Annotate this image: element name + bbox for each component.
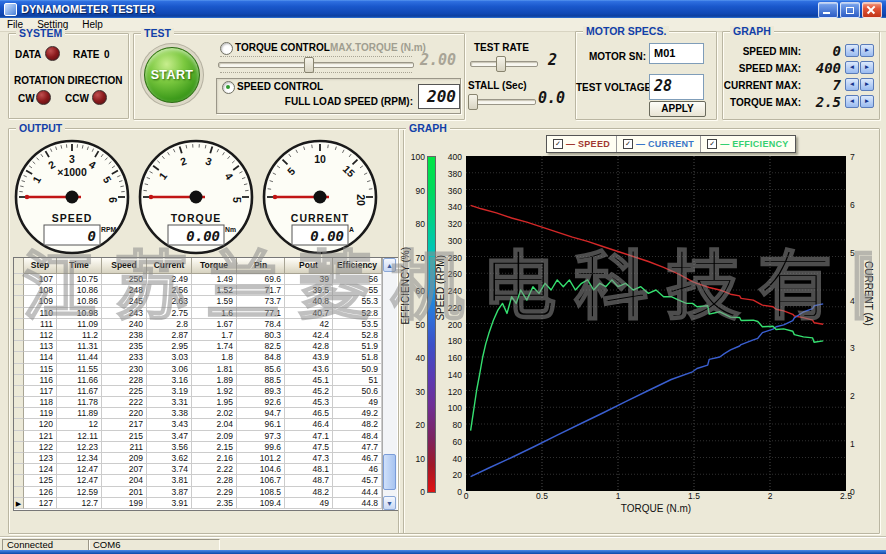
table-cell: 235 (102, 341, 147, 352)
spin-right-icon[interactable]: ► (860, 95, 874, 108)
column-header-pout[interactable]: Pout (285, 258, 333, 274)
table-row[interactable]: 12212.232113.562.1599.647.547.7 (14, 442, 382, 453)
table-row[interactable]: 11411.442333.031.884.843.951.8 (14, 352, 382, 363)
stall-slider[interactable] (468, 94, 536, 108)
speed-control-box: SPEED CONTROL FULL LOAD SPEED (RPM): 200 (216, 78, 461, 114)
table-row[interactable]: 12312.342093.622.16101.247.346.7 (14, 453, 382, 464)
axis-tick: 80 (416, 219, 425, 229)
table-row[interactable]: 11711.672253.191.9289.345.250.6 (14, 386, 382, 397)
row-selector[interactable] (14, 487, 24, 498)
table-cell: 11.78 (57, 397, 102, 408)
test-voltage-field[interactable]: 28 (649, 74, 704, 100)
row-selector[interactable] (14, 330, 24, 341)
speed-max-spinner[interactable]: ◄► (845, 61, 874, 74)
test-rate-slider-thumb[interactable] (496, 56, 506, 72)
table-row[interactable]: 12612.592013.872.29108.548.244.4 (14, 487, 382, 498)
legend-checkbox[interactable]: ✓ (553, 139, 563, 149)
legend-item-current: ✓—CURRENT (616, 136, 700, 152)
spin-left-icon[interactable]: ◄ (845, 95, 859, 108)
table-cell: 220 (102, 408, 147, 419)
minimize-button[interactable] (818, 2, 838, 18)
column-header-speed[interactable]: Speed (102, 258, 147, 274)
row-selector[interactable] (14, 364, 24, 375)
torque-control-label: TORQUE CONTROL (235, 42, 330, 53)
legend-checkbox[interactable]: ✓ (707, 139, 717, 149)
row-selector[interactable] (14, 464, 24, 475)
current-max-spinner[interactable]: ◄► (845, 78, 874, 91)
apply-button[interactable]: APPLY (649, 101, 706, 117)
row-selector[interactable] (14, 308, 24, 319)
legend-checkbox[interactable]: ✓ (623, 139, 633, 149)
table-row[interactable]: 11811.782223.311.9592.645.349 (14, 397, 382, 408)
scrollbar-thumb[interactable] (383, 454, 396, 490)
max-torque-slider-thumb[interactable] (304, 57, 314, 73)
close-button[interactable] (862, 2, 882, 18)
column-header-torque[interactable]: Torque (192, 258, 237, 274)
column-header-step[interactable]: Step (24, 258, 57, 274)
table-row[interactable]: 11911.892203.382.0294.746.549.2 (14, 408, 382, 419)
scroll-up-icon[interactable]: ▲ (383, 258, 396, 272)
row-selector[interactable] (14, 375, 24, 386)
table-row[interactable]: 10910.862452.631.5973.740.855.3 (14, 296, 382, 307)
speed-control-radio[interactable] (222, 81, 235, 94)
scroll-down-icon[interactable]: ▼ (383, 496, 396, 510)
row-selector[interactable] (14, 453, 24, 464)
row-selector[interactable] (14, 341, 24, 352)
row-selector[interactable]: ▶ (14, 498, 24, 509)
row-selector[interactable] (14, 431, 24, 442)
column-header-pin[interactable]: Pin (237, 258, 285, 274)
table-row[interactable]: 11010.982432.751.677.140.752.8 (14, 308, 382, 319)
table-row[interactable]: 11111.092402.81.6778.44253.5 (14, 319, 382, 330)
table-cell: 2.09 (192, 431, 237, 442)
column-header-current[interactable]: Current (147, 258, 192, 274)
row-selector[interactable] (14, 352, 24, 363)
table-row[interactable]: ▶12712.71993.912.35109.44944.8 (14, 498, 382, 509)
start-button[interactable]: START (144, 47, 200, 103)
spin-left-icon[interactable]: ◄ (845, 44, 859, 57)
row-selector[interactable] (14, 408, 24, 419)
table-row[interactable]: 12512.472043.812.28106.748.745.7 (14, 475, 382, 486)
table-row[interactable]: 10710.752502.491.4969.63956 (14, 274, 382, 285)
spin-right-icon[interactable]: ► (860, 44, 874, 57)
column-header-time[interactable]: Time (57, 258, 102, 274)
menu-item-help[interactable]: Help (75, 19, 110, 30)
row-selector[interactable] (14, 386, 24, 397)
restore-icon (846, 7, 854, 14)
spin-right-icon[interactable]: ► (860, 78, 874, 91)
speed-min-spinner[interactable]: ◄► (845, 44, 874, 57)
torque-max-spinner[interactable]: ◄► (845, 95, 874, 108)
table-row[interactable]: 10810.862482.561.5271.739.555 (14, 285, 382, 296)
test-rate-slider[interactable] (470, 56, 538, 70)
table-scrollbar[interactable]: ▲ ▼ (382, 258, 397, 510)
spin-left-icon[interactable]: ◄ (845, 61, 859, 74)
stall-slider-thumb[interactable] (468, 94, 478, 110)
table-cell: 3.03 (147, 352, 192, 363)
spin-right-icon[interactable]: ► (860, 61, 874, 74)
row-selector[interactable] (14, 442, 24, 453)
table-row[interactable]: 11211.22382.871.780.342.452.8 (14, 330, 382, 341)
row-selector[interactable] (14, 419, 24, 430)
row-selector[interactable] (14, 319, 24, 330)
table-row[interactable]: 11611.662283.161.8988.545.151 (14, 375, 382, 386)
table-cell: 48.7 (285, 475, 333, 486)
row-selector[interactable] (14, 397, 24, 408)
restore-button[interactable] (840, 2, 860, 18)
table-cell: 3.31 (147, 397, 192, 408)
row-selector[interactable] (14, 475, 24, 486)
column-header-efficiency[interactable]: Efficiency (333, 258, 382, 274)
max-torque-slider[interactable] (218, 57, 414, 71)
row-selector[interactable] (14, 285, 24, 296)
table-row[interactable]: 11511.552303.061.8185.643.650.9 (14, 364, 382, 375)
spin-left-icon[interactable]: ◄ (845, 78, 859, 91)
table-row[interactable]: 12412.472073.742.22104.648.146 (14, 464, 382, 475)
row-selector[interactable] (14, 296, 24, 307)
motor-sn-field[interactable]: M01 (649, 43, 704, 64)
table-cell: 2.56 (147, 285, 192, 296)
table-row[interactable]: 12112.112153.472.0997.347.148.4 (14, 431, 382, 442)
table-cell: 47.5 (285, 442, 333, 453)
row-selector[interactable] (14, 274, 24, 285)
table-row[interactable]: 11311.312352.951.7482.542.851.9 (14, 341, 382, 352)
torque-control-radio[interactable] (220, 42, 233, 55)
table-row[interactable]: 120122173.432.0496.146.448.2 (14, 419, 382, 430)
full-load-speed-field[interactable]: 200 (418, 84, 460, 109)
